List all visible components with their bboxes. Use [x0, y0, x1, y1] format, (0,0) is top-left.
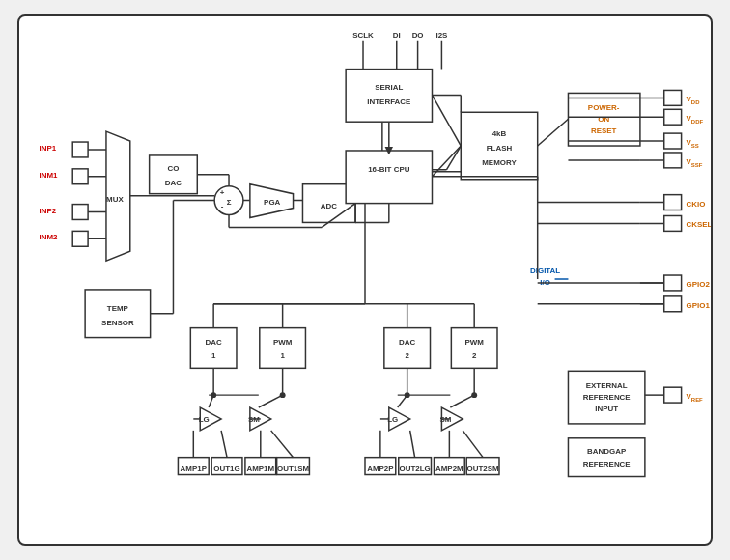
svg-text:LG: LG: [199, 415, 210, 424]
svg-text:OUT2SM: OUT2SM: [467, 464, 499, 473]
svg-text:ON: ON: [598, 115, 609, 124]
block-diagram: SCLK DI DO I2S INP1 INM1 INP2 INM2 MUX C…: [17, 14, 713, 546]
svg-text:GPIO1: GPIO1: [687, 301, 711, 310]
svg-text:1: 1: [211, 351, 216, 360]
svg-rect-168: [664, 296, 682, 312]
svg-rect-133: [568, 93, 639, 146]
svg-text:DAC: DAC: [165, 179, 182, 187]
svg-text:AMP1P: AMP1P: [181, 464, 208, 473]
svg-rect-107: [211, 458, 242, 475]
svg-text:I2S: I2S: [435, 31, 447, 40]
svg-text:BANDGAP: BANDGAP: [587, 447, 627, 456]
svg-rect-113: [365, 458, 396, 475]
svg-text:OUT2LG: OUT2LG: [400, 464, 431, 473]
svg-rect-144: [568, 438, 644, 477]
svg-marker-16: [106, 131, 130, 261]
svg-rect-147: [664, 90, 682, 105]
svg-point-99: [211, 392, 216, 398]
svg-line-96: [398, 395, 407, 407]
svg-line-98: [450, 395, 474, 407]
svg-rect-140: [568, 371, 644, 424]
svg-line-94: [259, 395, 283, 407]
svg-rect-64: [190, 328, 237, 369]
svg-text:AMP1M: AMP1M: [246, 464, 274, 473]
svg-rect-111: [277, 458, 310, 475]
svg-text:SERIAL: SERIAL: [375, 83, 403, 92]
svg-marker-32: [250, 184, 294, 218]
svg-rect-58: [85, 290, 151, 338]
svg-text:SCLK: SCLK: [352, 31, 374, 40]
svg-rect-15: [72, 231, 88, 246]
svg-text:DAC: DAC: [206, 338, 222, 347]
svg-rect-156: [664, 153, 682, 168]
svg-text:-: -: [221, 202, 224, 210]
svg-text:SM: SM: [248, 415, 260, 424]
svg-text:GPIO2: GPIO2: [687, 280, 711, 289]
svg-text:POWER-: POWER-: [588, 103, 620, 112]
svg-rect-162: [664, 215, 682, 231]
svg-text:SM: SM: [439, 415, 451, 424]
svg-rect-171: [664, 387, 682, 403]
svg-point-25: [214, 186, 243, 215]
svg-text:Σ: Σ: [227, 198, 232, 207]
svg-text:AMP2P: AMP2P: [367, 464, 394, 473]
svg-rect-67: [260, 328, 306, 369]
svg-line-92: [209, 395, 213, 407]
svg-text:INTERFACE: INTERFACE: [367, 98, 410, 106]
svg-text:CO: CO: [168, 164, 180, 173]
svg-text:INM2: INM2: [39, 233, 58, 241]
svg-rect-13: [72, 205, 88, 220]
svg-text:VDDF: VDDF: [687, 114, 704, 125]
svg-rect-22: [150, 155, 198, 194]
svg-rect-165: [664, 275, 682, 291]
svg-text:AMP2M: AMP2M: [435, 464, 463, 473]
svg-text:REFERENCE: REFERENCE: [583, 393, 631, 402]
svg-text:DIGITAL: DIGITAL: [530, 266, 560, 275]
svg-rect-153: [664, 133, 682, 149]
svg-text:INP2: INP2: [39, 207, 56, 215]
svg-text:OUT1G: OUT1G: [213, 464, 239, 473]
svg-point-100: [280, 392, 286, 398]
svg-text:VSSF: VSSF: [687, 157, 703, 168]
svg-rect-150: [664, 109, 682, 125]
svg-text:ADC: ADC: [321, 202, 337, 210]
svg-text:EXTERNAL: EXTERNAL: [586, 381, 628, 390]
svg-rect-115: [399, 458, 432, 475]
svg-text:PWM: PWM: [464, 338, 484, 347]
svg-line-184: [538, 119, 569, 146]
svg-rect-9: [72, 142, 88, 157]
svg-line-122: [221, 431, 227, 458]
svg-line-189: [322, 204, 355, 228]
svg-text:DI: DI: [393, 31, 401, 40]
svg-line-126: [410, 431, 415, 458]
svg-line-124: [271, 431, 294, 458]
svg-line-185: [432, 95, 461, 146]
svg-marker-89: [441, 407, 463, 431]
svg-text:MEMORY: MEMORY: [482, 158, 517, 167]
svg-text:PGA: PGA: [264, 198, 280, 207]
svg-text:LG: LG: [387, 415, 398, 424]
svg-rect-73: [451, 328, 497, 369]
svg-rect-159: [664, 195, 682, 210]
svg-text:+: +: [220, 188, 225, 197]
svg-text:VDD: VDD: [687, 95, 701, 105]
svg-text:RESET: RESET: [591, 126, 617, 135]
svg-text:VREF: VREF: [687, 392, 704, 403]
svg-line-128: [463, 431, 483, 458]
svg-text:INP1: INP1: [39, 144, 56, 153]
svg-text:1: 1: [280, 351, 285, 360]
svg-rect-119: [466, 458, 499, 475]
svg-rect-47: [461, 112, 537, 179]
svg-text:MUX: MUX: [106, 195, 124, 204]
svg-text:INM1: INM1: [39, 171, 58, 180]
svg-text:2: 2: [405, 351, 409, 360]
svg-text:REFERENCE: REFERENCE: [583, 461, 631, 469]
svg-line-51: [432, 146, 461, 177]
svg-marker-87: [389, 407, 410, 431]
svg-point-102: [471, 392, 477, 398]
svg-text:DAC: DAC: [399, 338, 415, 347]
svg-text:4kB: 4kB: [492, 129, 507, 138]
svg-text:INPUT: INPUT: [595, 405, 618, 413]
svg-text:VSS: VSS: [687, 138, 699, 149]
svg-text:TEMP: TEMP: [107, 304, 129, 313]
